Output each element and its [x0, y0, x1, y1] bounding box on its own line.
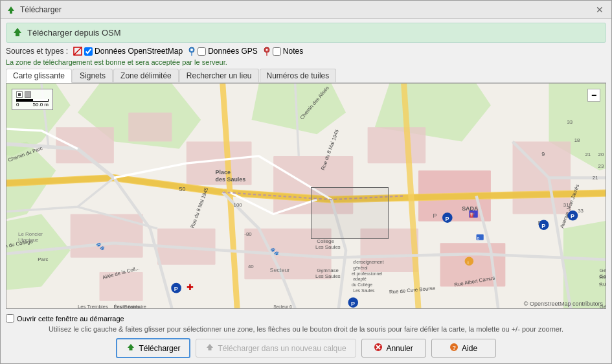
svg-point-5	[190, 49, 193, 51]
svg-text:B: B	[477, 236, 480, 240]
tab-numeros-tuiles[interactable]: Numéros de tuiles	[260, 69, 337, 82]
hint-text: Utilisez le clic gauche & faites glisser…	[6, 325, 606, 333]
svg-text:École primaire: École primaire	[114, 304, 146, 308]
svg-marker-120	[207, 344, 213, 350]
svg-text:🐾: 🐾	[96, 242, 105, 251]
svg-text:général: général	[353, 266, 368, 271]
svg-text:P: P	[571, 213, 574, 220]
download-new-layer-button[interactable]: Télécharger dans un nouveau calque	[196, 339, 356, 358]
svg-text:Place: Place	[216, 169, 231, 176]
download-label: Télécharger	[139, 344, 180, 353]
svg-text:Le Roncier: Le Roncier	[18, 231, 43, 237]
header-download-icon	[12, 26, 23, 40]
app-icon	[6, 5, 16, 15]
map-zoom-controls: −	[587, 89, 600, 102]
svg-text:18: 18	[574, 137, 580, 143]
download-icon	[126, 343, 135, 354]
svg-text:31: 31	[563, 202, 569, 208]
status-text: La zone de téléchargement est bonne et s…	[6, 58, 227, 66]
svg-text:⛽: ⛽	[470, 212, 475, 218]
download-new-layer-icon	[205, 343, 214, 354]
title-bar: Télécharger ✕	[1, 1, 611, 19]
download-button[interactable]: Télécharger	[116, 338, 190, 358]
help-button[interactable]: ? Aide	[431, 339, 496, 358]
zoom-out-button[interactable]: −	[587, 89, 600, 102]
tabs-row: Carte glissante Signets Zone délimitée R…	[6, 69, 606, 83]
svg-text:Les Saules: Les Saules	[353, 288, 375, 293]
svg-text:P: P	[445, 216, 449, 222]
svg-text:adapté: adapté	[353, 277, 367, 282]
gps-checkbox[interactable]	[198, 47, 206, 56]
download-new-layer-label: Télécharger dans un nouveau calque	[218, 344, 346, 353]
svg-text:100: 100	[234, 202, 243, 208]
sources-row: Sources et types : Données OpenStreetMap	[6, 46, 606, 56]
tab-signets[interactable]: Signets	[73, 69, 113, 82]
notes-label: Notes	[283, 47, 303, 56]
help-label: Aide	[462, 344, 477, 353]
map-svg: Chemin du Parc Chemin du Collège Allée d…	[6, 84, 606, 308]
window-title: Télécharger	[20, 5, 62, 14]
svg-rect-17	[56, 127, 114, 163]
svg-text:20: 20	[598, 152, 604, 157]
startup-checkbox[interactable]	[6, 314, 14, 323]
svg-text:21: 21	[593, 175, 598, 181]
svg-text:Général de: Général de	[600, 267, 606, 273]
main-window: Télécharger ✕ Télécharger depuis OSM Sou…	[0, 0, 612, 364]
svg-text:Gaulle: Gaulle	[600, 273, 606, 279]
tab-carte-glissante[interactable]: Carte glissante	[6, 69, 72, 83]
svg-text:i: i	[468, 260, 469, 266]
startup-checkbox-row: Ouvrir cette fenêtre au démarrage	[6, 314, 606, 323]
notes-checkbox[interactable]	[273, 47, 281, 56]
svg-text:P: P	[174, 286, 178, 292]
scale-bar: 0 50.0 m	[12, 89, 53, 110]
gps-label: Données GPS	[208, 47, 258, 56]
osm-checkbox[interactable]	[84, 47, 93, 56]
svg-text:21: 21	[585, 152, 591, 157]
svg-text:Les Saules: Les Saules	[315, 273, 341, 279]
svg-text:✚: ✚	[187, 282, 194, 292]
tab-zone-delimitee[interactable]: Zone délimitée	[113, 69, 179, 82]
gps-icon	[188, 46, 196, 56]
svg-text:Parc: Parc	[38, 256, 48, 262]
svg-marker-1	[14, 28, 21, 36]
svg-text:🐾: 🐾	[270, 247, 279, 256]
notes-option: Notes	[263, 46, 303, 56]
svg-text:et professionnel: et professionnel	[352, 271, 383, 277]
section-header-text: Télécharger depuis OSM	[27, 28, 121, 38]
map-container[interactable]: Chemin du Parc Chemin du Collège Allée d…	[6, 83, 606, 309]
svg-text:-80: -80	[244, 231, 252, 237]
svg-text:Les Trembles: Les Trembles	[78, 304, 108, 308]
svg-text:P: P	[351, 301, 355, 307]
bottom-bar: Ouvrir cette fenêtre au démarrage Utilis…	[1, 312, 611, 363]
svg-text:Les Saules: Les Saules	[315, 244, 341, 250]
svg-text:d'enseignement: d'enseignement	[353, 260, 383, 265]
sources-label: Sources et types :	[6, 47, 68, 56]
osm-credit: © OpenStreetMap contributors	[524, 301, 603, 307]
title-bar-left: Télécharger	[6, 5, 62, 15]
osm-option: Données OpenStreetMap	[73, 47, 183, 56]
svg-text:du Collège: du Collège	[352, 282, 372, 288]
osm-icon	[73, 47, 82, 56]
cancel-button[interactable]: Annuler	[361, 339, 426, 358]
svg-marker-0	[8, 6, 14, 14]
map-selection-rect	[311, 187, 389, 239]
status-row: La zone de téléchargement est bonne et s…	[6, 58, 606, 66]
close-button[interactable]: ✕	[593, 3, 606, 16]
svg-text:P: P	[541, 223, 545, 229]
svg-text:33: 33	[578, 208, 584, 214]
svg-text:Secteur 6: Secteur 6	[273, 304, 292, 308]
buttons-row: Télécharger Télécharger dans un nouveau …	[6, 336, 606, 361]
svg-text:Collège: Collège	[317, 238, 334, 244]
svg-text:33: 33	[567, 119, 572, 125]
svg-text:Utopique: Utopique	[18, 237, 38, 243]
svg-text:?: ?	[453, 345, 457, 351]
svg-text:23: 23	[598, 163, 604, 169]
svg-text:Secteur: Secteur	[270, 267, 290, 273]
svg-point-105	[465, 257, 473, 266]
svg-text:9: 9	[541, 151, 545, 157]
content-area: Télécharger depuis OSM Sources et types …	[1, 19, 611, 312]
gps-option: Données GPS	[188, 46, 258, 56]
svg-text:P: P	[433, 212, 436, 219]
scale-value: 50.0 m	[33, 102, 49, 108]
tab-rechercher-lieu[interactable]: Rechercher un lieu	[179, 69, 259, 82]
